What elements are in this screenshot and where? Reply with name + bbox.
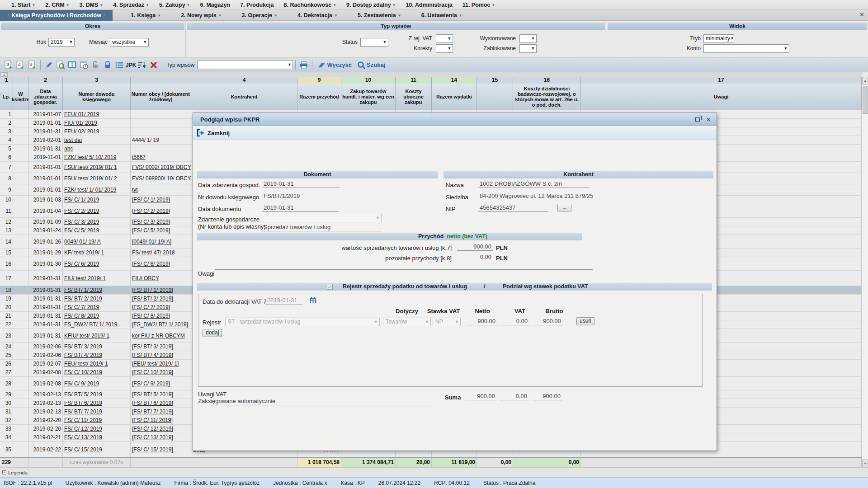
- doc-number-link[interactable]: FS/ BT/ 6/ 2019: [64, 400, 102, 406]
- clear-button[interactable]: Wyczyść: [317, 61, 352, 69]
- columns-icon[interactable]: [67, 60, 77, 70]
- doc-number-link[interactable]: FSU/ test/ 2019/ 01/ 2: [64, 175, 117, 182]
- new-sale-entry-icon[interactable]: S+: [4, 60, 14, 70]
- foreign-number-link[interactable]: [FS/ BT/ 5/ 2019]: [132, 391, 173, 398]
- doc-number-link[interactable]: FS/ C/ 7/ 2019: [64, 304, 99, 310]
- schedule-icon[interactable]: [79, 60, 89, 70]
- doc-number-link[interactable]: FS/ BT/ 3/ 2019: [64, 343, 102, 350]
- foreign-number-link[interactable]: [FS_DW2/ BT/ 1/ 2019]: [132, 321, 188, 328]
- delete-icon[interactable]: [149, 60, 159, 70]
- doc-number-link[interactable]: test dat: [64, 137, 82, 143]
- foreign-number-link[interactable]: [FS/ C/ 2/ 2019]: [132, 208, 170, 214]
- column-header[interactable]: Zakup towarów handl. i mater. wg cen zak…: [341, 84, 396, 110]
- foreign-number-link[interactable]: [FS/ C/ 6/ 2019]: [132, 261, 170, 267]
- zablokowane-select[interactable]: ▼: [519, 44, 537, 53]
- column-header[interactable]: [477, 84, 513, 110]
- doc-number-link[interactable]: FEU/ 02/ 2019: [64, 128, 99, 135]
- uwagi-vat-field[interactable]: Zaksięgowane automatycznie: [198, 398, 433, 405]
- column-header[interactable]: Numer dowodu księgowego: [63, 84, 131, 110]
- foreign-number-link[interactable]: FVS/ 098900/ 19/ OBCY: [132, 175, 191, 182]
- doc-number-link[interactable]: FS/ C/ 8/ 2019: [64, 313, 99, 319]
- preview-icon[interactable]: [56, 60, 66, 70]
- jpk-list-icon[interactable]: [114, 60, 124, 70]
- new-purchase-entry-icon[interactable]: Z+: [15, 60, 25, 70]
- foreign-number-link[interactable]: t5667: [132, 154, 146, 160]
- miesiac-select[interactable]: wszystkie▼: [110, 38, 149, 47]
- doc-number-link[interactable]: FS/ BT/ 1/ 2019: [64, 287, 102, 293]
- foreign-number-link[interactable]: [FS/ BT/ 6/ 2019]: [132, 400, 173, 406]
- foreign-number-link[interactable]: [FS/ BT/ 4/ 2019]: [132, 352, 173, 358]
- k7-field[interactable]: 900.00: [457, 243, 493, 251]
- vat7-date-field[interactable]: 2019-01-31: [265, 297, 302, 305]
- doc-number-link[interactable]: KF/ test/ 2019/ 1: [64, 249, 104, 256]
- column-header[interactable]: W księdze: [13, 84, 28, 110]
- column-header[interactable]: Kontrahent: [191, 84, 297, 110]
- brutto-field[interactable]: 900.00: [533, 318, 563, 325]
- korekty-select[interactable]: ▼: [436, 44, 453, 53]
- scrollbar-down-icon[interactable]: ▼: [862, 460, 868, 467]
- doc-number-link[interactable]: FS/ C/ 12/ 2019: [64, 426, 102, 432]
- column-header[interactable]: Koszty działalności badawczo-rozwojowej,…: [513, 84, 581, 110]
- menu-item-8-rachunkowo-[interactable]: 8. Rachunkowość▼: [279, 2, 342, 8]
- doc-number-link[interactable]: FIU/ test/ 2019/ 1: [64, 275, 106, 282]
- doc-number-link[interactable]: abc: [64, 145, 73, 152]
- foreign-number-link[interactable]: [FS/ C/ 7/ 2019]: [132, 304, 170, 310]
- nr-dowodu-field[interactable]: FS/BT/1/2019: [262, 192, 373, 200]
- foreign-number-link[interactable]: FVS/ 0002/ 2019/ OBCY: [132, 164, 191, 170]
- doc-number-link[interactable]: FEU/ 01/ 2019: [64, 111, 99, 117]
- doc-number-link[interactable]: FS/ C/ 5/ 2019: [64, 227, 99, 234]
- column-header[interactable]: Uwagi: [581, 84, 862, 110]
- data-zdarzenia-field[interactable]: 2019-01-31: [262, 180, 340, 188]
- foreign-number-link[interactable]: [FS/ C/ 9/ 2019]: [132, 380, 170, 387]
- active-module-tab[interactable]: Księga Przychodów i Rozchodów: [0, 10, 113, 21]
- menu-item-10-administracja[interactable]: 10. Administracja: [401, 2, 458, 8]
- nazwa-field[interactable]: 1002 DROBIAZGÓWW S.c. zm: [478, 180, 589, 188]
- foreign-number-link[interactable]: [FS/ BT/ 1/ 2019]: [132, 287, 173, 293]
- foreign-number-link[interactable]: [FS/ C/ 3/ 2019]: [132, 219, 170, 225]
- typ-wpisow-filter-select[interactable]: ▼: [197, 61, 293, 69]
- foreign-number-link[interactable]: tyt: [132, 187, 138, 193]
- doc-number-link[interactable]: FS/ C/ 11/ 2019: [64, 417, 102, 423]
- doc-number-link[interactable]: FS/ C/ 1/ 2019: [64, 197, 99, 203]
- menu-item-4-sprzeda-[interactable]: 4. Sprzedaż▼: [108, 2, 154, 8]
- foreign-number-link[interactable]: [FS/ C/ 8/ 2019]: [132, 313, 170, 319]
- zdarzenie-select[interactable]: ▼: [262, 214, 382, 222]
- column-header[interactable]: △Lp.: [0, 84, 13, 110]
- column-header[interactable]: Numer obcy / [dokument źródłowy]: [131, 84, 191, 110]
- rok-select[interactable]: 2019▼: [48, 38, 75, 47]
- calendar-icon[interactable]: [310, 296, 316, 304]
- doc-number-link[interactable]: FS/ C/ 15/ 2019: [64, 446, 102, 453]
- foreign-number-link[interactable]: [FS/ BT/ 7/ 2019]: [132, 408, 173, 415]
- netto-field[interactable]: 900.00: [466, 318, 497, 325]
- scroll-up-icon[interactable]: ▲: [0, 72, 8, 77]
- column-header[interactable]: Razem przychód: [297, 84, 341, 110]
- module-menu-3-operacje[interactable]: 3. Operacje▼: [232, 12, 288, 19]
- new-other-entry-icon[interactable]: U+: [27, 60, 37, 70]
- menu-item-11-pomoc[interactable]: 11. Pomoc▼: [458, 2, 500, 8]
- wystornowane-select[interactable]: ▼: [519, 34, 537, 43]
- doc-number-link[interactable]: FS/ BT/ 7/ 2019: [64, 408, 102, 415]
- edit-icon[interactable]: [44, 60, 54, 70]
- menu-item-1-start[interactable]: 1. Start▼: [6, 2, 40, 8]
- doc-number-link[interactable]: FEU/ test/ 2019/ 1: [64, 361, 108, 367]
- menu-item-9-dost-p-zdalny[interactable]: 9. Dostęp zdalny▼: [341, 2, 401, 8]
- doc-number-link[interactable]: FS/ C/ 6/ 2019: [64, 261, 99, 267]
- menu-item-3-dms[interactable]: 3. DMS▼: [75, 2, 108, 8]
- foreign-number-link[interactable]: [FS/ C/ 1/ 2019]: [132, 197, 170, 203]
- doc-number-link[interactable]: FSU/ test/ 2019/ 01/ 1: [64, 164, 117, 170]
- search-button[interactable]: Szukaj: [357, 61, 385, 69]
- doc-number-link[interactable]: FS/ C/ 9/ 2019: [64, 380, 99, 387]
- doc-number-link[interactable]: 0049/ 01/ 19/ A: [64, 239, 101, 245]
- foreign-number-link[interactable]: [FS/ BT/ 2/ 2019]: [132, 296, 173, 302]
- close-dialog-icon[interactable]: ✕: [705, 116, 712, 123]
- dialog-title-bar[interactable]: Podgląd wpisu PKPR ✕: [193, 113, 717, 126]
- doc-number-link[interactable]: FS/ BT/ 2/ 2019: [64, 296, 102, 302]
- scrollbar-thumb[interactable]: [863, 86, 868, 114]
- uwagi-field[interactable]: [215, 269, 593, 270]
- foreign-number-link[interactable]: [FS/ C/ 12/ 2019]: [132, 426, 173, 432]
- dotyczy-select[interactable]: Towarów▼: [383, 318, 431, 326]
- menu-item-7-produkcja[interactable]: 7. Produkcja: [235, 2, 278, 8]
- rejestr-select[interactable]: ST - sprzedaż towarów i usług▼: [225, 318, 380, 326]
- menu-item-6-magazyn[interactable]: 6. Magazyn: [195, 2, 236, 8]
- restore-window-icon[interactable]: [694, 116, 701, 123]
